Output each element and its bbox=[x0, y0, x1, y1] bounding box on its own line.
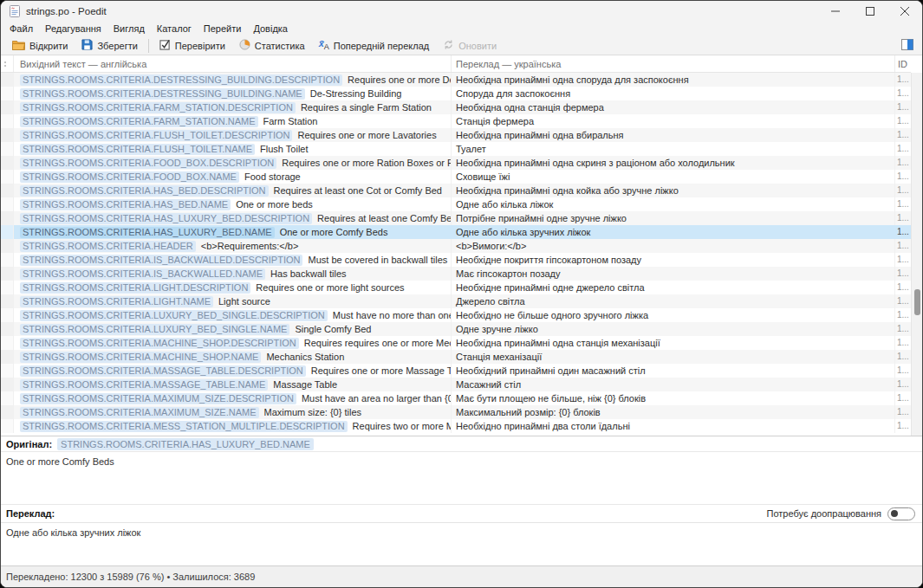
needs-work-label: Потребує доопрацювання bbox=[767, 508, 882, 519]
validate-button[interactable]: Перевірити bbox=[153, 36, 232, 55]
sidebar-toggle-icon[interactable] bbox=[901, 38, 913, 54]
string-key-chip: STRINGS.ROOMS.CRITERIA.FOOD_BOX.NAME bbox=[20, 171, 239, 183]
row-source-cell: STRINGS.ROOMS.CRITERIA.MASSAGE_TABLE.NAM… bbox=[14, 378, 452, 391]
pretranslate-icon: x̄A bbox=[319, 39, 329, 51]
status-bar: Перекладено: 12300 з 15989 (76 %) • Зали… bbox=[1, 565, 922, 587]
source-text: Farm Station bbox=[263, 114, 318, 128]
menu-item[interactable]: Редагування bbox=[39, 22, 107, 36]
row-id: 1... bbox=[895, 170, 911, 184]
validate-icon bbox=[159, 39, 171, 52]
table-row[interactable]: STRINGS.ROOMS.CRITERIA.MASSAGE_TABLE.DES… bbox=[1, 364, 911, 378]
menu-item[interactable]: Каталог bbox=[151, 22, 198, 36]
row-gutter bbox=[1, 405, 14, 419]
menu-item[interactable]: Файл bbox=[3, 22, 39, 36]
vertical-scrollbar[interactable] bbox=[911, 73, 922, 436]
table-row[interactable]: STRINGS.ROOMS.CRITERIA.MACHINE_SHOP.NAME… bbox=[1, 350, 911, 364]
menu-item[interactable]: Вигляд bbox=[107, 22, 151, 36]
row-gutter bbox=[1, 364, 14, 378]
needs-work-toggle[interactable] bbox=[887, 507, 915, 520]
translation-text: Споруда для заспокоєння bbox=[452, 87, 895, 100]
column-header-translation[interactable]: Переклад — українська bbox=[452, 55, 895, 72]
table-row[interactable]: STRINGS.ROOMS.CRITERIA.MAXIMUM_SIZE.DESC… bbox=[1, 391, 911, 405]
table-row[interactable]: STRINGS.ROOMS.CRITERIA.FARM_STATION.NAME… bbox=[1, 114, 911, 128]
row-id: 1... bbox=[895, 128, 911, 142]
maximize-button[interactable] bbox=[853, 1, 887, 22]
toolbar: Відкрити Зберегти Перевірити Статистика … bbox=[1, 36, 922, 55]
menu-item[interactable]: Довідка bbox=[247, 22, 294, 36]
translation-grid: Вихідний текст — англійська Переклад — у… bbox=[1, 55, 922, 436]
validate-button-label: Перевірити bbox=[175, 41, 225, 51]
table-row[interactable]: STRINGS.ROOMS.CRITERIA.FLUSH_TOILET.NAME… bbox=[1, 142, 911, 156]
row-source-cell: STRINGS.ROOMS.CRITERIA.FLUSH_TOILET.DESC… bbox=[14, 128, 452, 142]
save-button[interactable]: Зберегти bbox=[75, 36, 144, 55]
source-text: Mechanics Station bbox=[266, 350, 344, 364]
source-text: Requires one or more Massage Tables bbox=[311, 364, 452, 378]
table-row[interactable]: STRINGS.ROOMS.CRITERIA.HAS_LUXURY_BED.DE… bbox=[1, 211, 911, 225]
row-gutter bbox=[1, 128, 14, 142]
close-button[interactable] bbox=[887, 1, 922, 22]
editor-panel: Оригінал: STRINGS.ROOMS.CRITERIA.HAS_LUX… bbox=[1, 436, 922, 565]
table-row[interactable]: STRINGS.ROOMS.CRITERIA.MASSAGE_TABLE.NAM… bbox=[1, 378, 911, 391]
table-row[interactable]: STRINGS.ROOMS.CRITERIA.LIGHT.DESCRIPTION… bbox=[1, 281, 911, 294]
table-row[interactable]: STRINGS.ROOMS.CRITERIA.IS_BACKWALLED.NAM… bbox=[1, 267, 911, 281]
row-source-cell: STRINGS.ROOMS.CRITERIA.IS_BACKWALLED.DES… bbox=[14, 253, 452, 267]
table-row[interactable]: STRINGS.ROOMS.CRITERIA.HAS_LUXURY_BED.NA… bbox=[1, 225, 911, 239]
row-gutter bbox=[1, 197, 14, 211]
table-row[interactable]: STRINGS.ROOMS.CRITERIA.MAXIMUM_SIZE.NAME… bbox=[1, 405, 911, 419]
statistics-button[interactable]: Статистика bbox=[232, 36, 312, 55]
table-row[interactable]: STRINGS.ROOMS.CRITERIA.MACHINE_SHOP.DESC… bbox=[1, 336, 911, 350]
string-key-chip: STRINGS.ROOMS.CRITERIA.HAS_LUXURY_BED.NA… bbox=[20, 227, 275, 238]
translation-text: Масажний стіл bbox=[452, 378, 895, 391]
row-id: 1... bbox=[895, 239, 911, 253]
translation-text: Необхідна принаймні одна скриня з раціон… bbox=[452, 156, 895, 170]
open-button[interactable]: Відкрити bbox=[5, 36, 75, 55]
row-source-cell: STRINGS.ROOMS.CRITERIA.FOOD_BOX.DESCRIPT… bbox=[14, 156, 452, 170]
table-row[interactable]: STRINGS.ROOMS.CRITERIA.HAS_BED.NAME One … bbox=[1, 197, 911, 211]
table-row[interactable]: STRINGS.ROOMS.CRITERIA.FOOD_BOX.DESCRIPT… bbox=[1, 156, 911, 170]
table-row[interactable]: STRINGS.ROOMS.CRITERIA.LIGHT.NAME Light … bbox=[1, 294, 911, 308]
table-row[interactable]: STRINGS.ROOMS.CRITERIA.MESS_STATION_MULT… bbox=[1, 419, 911, 433]
source-text: Requires two or more Mess Tables bbox=[353, 419, 452, 433]
save-icon bbox=[81, 39, 93, 52]
statistics-icon bbox=[239, 39, 250, 52]
row-gutter bbox=[1, 114, 14, 128]
row-gutter bbox=[1, 184, 14, 197]
row-id: 1... bbox=[895, 184, 911, 197]
translation-text: Необхідна принаймні одна койка або зручн… bbox=[452, 184, 895, 197]
table-row[interactable]: STRINGS.ROOMS.CRITERIA.HEADER <b>Require… bbox=[1, 239, 911, 253]
string-key-chip: STRINGS.ROOMS.CRITERIA.IS_BACKWALLED.DES… bbox=[20, 255, 302, 266]
table-row[interactable]: STRINGS.ROOMS.CRITERIA.DESTRESSING_BUILD… bbox=[1, 87, 911, 100]
source-text: Maximum size: {0} tiles bbox=[264, 405, 361, 419]
translation-text: Необхідне принаймні одне джерело світла bbox=[452, 281, 895, 294]
table-row[interactable]: STRINGS.ROOMS.CRITERIA.HAS_BED.DESCRIPTI… bbox=[1, 184, 911, 197]
source-text: Requires one or more Ration Boxes or Ref… bbox=[282, 156, 452, 170]
string-key-chip: STRINGS.ROOMS.CRITERIA.MACHINE_SHOP.DESC… bbox=[20, 338, 299, 349]
table-row[interactable]: STRINGS.ROOMS.CRITERIA.DESTRESSING_BUILD… bbox=[1, 73, 911, 87]
string-key-chip: STRINGS.ROOMS.CRITERIA.LIGHT.NAME bbox=[20, 296, 213, 307]
original-label: Оригінал: bbox=[6, 439, 52, 449]
column-header-source[interactable]: Вихідний текст — англійська bbox=[14, 55, 452, 72]
translation-text: Потрібне принаймні одне зручне ліжко bbox=[452, 211, 895, 225]
save-button-label: Зберегти bbox=[97, 41, 137, 51]
table-row[interactable]: STRINGS.ROOMS.CRITERIA.FLUSH_TOILET.DESC… bbox=[1, 128, 911, 142]
table-row[interactable]: STRINGS.ROOMS.CRITERIA.LUXURY_BED_SINGLE… bbox=[1, 308, 911, 322]
translation-text: Одне зручне ліжко bbox=[452, 322, 895, 336]
table-row[interactable]: STRINGS.ROOMS.CRITERIA.LUXURY_BED_SINGLE… bbox=[1, 322, 911, 336]
string-key-chip: STRINGS.ROOMS.CRITERIA.DESTRESSING_BUILD… bbox=[20, 74, 342, 86]
table-row[interactable]: STRINGS.ROOMS.CRITERIA.IS_BACKWALLED.DES… bbox=[1, 253, 911, 267]
scrollbar-thumb[interactable] bbox=[914, 289, 920, 315]
menu-item[interactable]: Перейти bbox=[198, 22, 248, 36]
row-source-cell: STRINGS.ROOMS.CRITERIA.FARM_STATION.NAME… bbox=[14, 114, 452, 128]
row-id: 1... bbox=[895, 156, 911, 170]
row-gutter bbox=[1, 239, 14, 253]
string-key-chip: STRINGS.ROOMS.CRITERIA.MAXIMUM_SIZE.DESC… bbox=[20, 393, 296, 404]
table-row[interactable]: STRINGS.ROOMS.CRITERIA.FOOD_BOX.NAME Foo… bbox=[1, 170, 911, 184]
column-header-id[interactable]: ID bbox=[895, 55, 911, 72]
pretranslate-button[interactable]: x̄A Попередній переклад bbox=[312, 36, 437, 55]
row-id: 1... bbox=[895, 114, 911, 128]
minimize-button[interactable] bbox=[818, 1, 853, 22]
table-row[interactable]: STRINGS.ROOMS.CRITERIA.FARM_STATION.DESC… bbox=[1, 100, 911, 114]
poedit-app-icon bbox=[9, 5, 21, 17]
row-id: 1... bbox=[895, 142, 911, 156]
translation-input[interactable]: Одне або кілька зручних ліжок bbox=[1, 523, 922, 565]
